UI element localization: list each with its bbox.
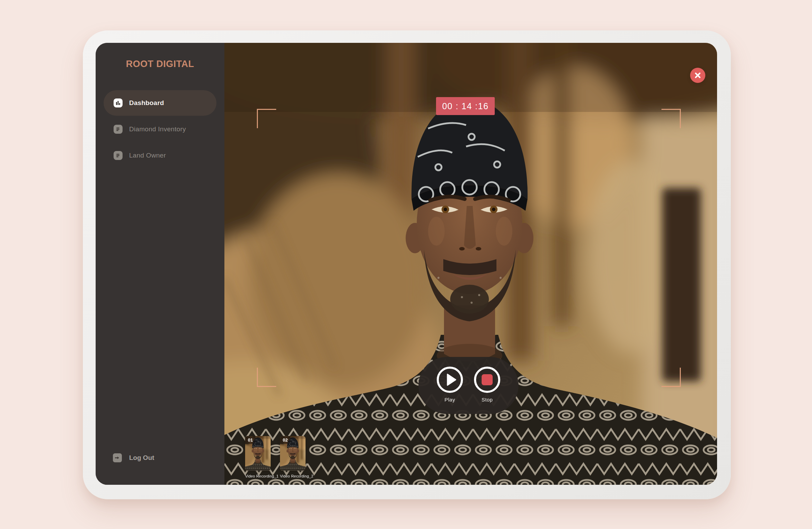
logout-button[interactable]: Log Out bbox=[104, 450, 154, 465]
stop-button[interactable]: Stop bbox=[473, 366, 501, 414]
viewfinder-bracket-bottom-left bbox=[257, 368, 276, 387]
brand-title: ROOT DIGITAL bbox=[96, 59, 224, 69]
sidebar-item-label: Dashboard bbox=[129, 99, 164, 107]
viewfinder-bracket-bottom-right bbox=[661, 368, 681, 387]
stop-label: Stop bbox=[482, 397, 493, 403]
play-icon bbox=[436, 366, 464, 394]
tablet-frame: ROOT DIGITAL Dashboard bbox=[83, 30, 731, 499]
sidebar-item-land-owner[interactable]: Land Owner bbox=[104, 143, 216, 168]
document-icon bbox=[114, 151, 123, 160]
close-button[interactable] bbox=[690, 68, 705, 83]
thumbnail-caption: Video Recording_2 bbox=[280, 474, 321, 478]
thumbnail-index-badge: 02 bbox=[280, 436, 290, 444]
playback-controls: Play Stop bbox=[418, 357, 519, 414]
recording-timer-badge: 00 : 14 :16 bbox=[436, 97, 495, 115]
stop-icon bbox=[473, 366, 501, 394]
viewfinder-bracket-top-right bbox=[661, 109, 681, 128]
sidebar-nav: Dashboard Diamond Inventory bbox=[96, 90, 224, 168]
sidebar-item-dashboard[interactable]: Dashboard bbox=[104, 90, 216, 116]
thumbnail-index-badge: 01 bbox=[245, 436, 255, 444]
close-icon bbox=[694, 72, 701, 79]
app-window: ROOT DIGITAL Dashboard bbox=[96, 43, 717, 485]
document-icon bbox=[114, 125, 123, 134]
logout-arrow-icon bbox=[113, 453, 122, 462]
page-background: ROOT DIGITAL Dashboard bbox=[0, 0, 812, 529]
video-thumbnail-1[interactable]: 01 bbox=[245, 436, 271, 471]
play-label: Play bbox=[445, 397, 455, 403]
sidebar-item-label: Land Owner bbox=[129, 152, 166, 159]
viewfinder-bracket-top-left bbox=[257, 109, 276, 128]
logout-label: Log Out bbox=[129, 454, 154, 462]
sidebar-item-diamond-inventory[interactable]: Diamond Inventory bbox=[104, 116, 216, 142]
sidebar-item-label: Diamond Inventory bbox=[129, 125, 186, 133]
bar-chart-icon bbox=[114, 98, 123, 107]
camera-viewport: 00 : 14 :16 Play bbox=[224, 43, 717, 485]
video-thumbnail-2[interactable]: 02 bbox=[280, 436, 306, 471]
play-button[interactable]: Play bbox=[436, 366, 464, 414]
sidebar: ROOT DIGITAL Dashboard bbox=[96, 43, 224, 485]
